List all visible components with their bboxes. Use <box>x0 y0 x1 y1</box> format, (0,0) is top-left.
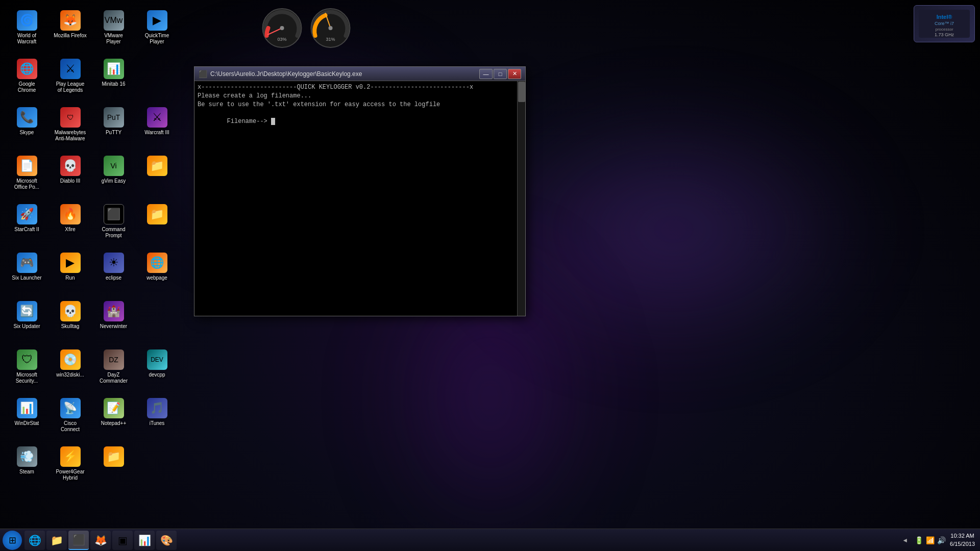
taskbar-explorer[interactable]: 📁 <box>46 531 67 550</box>
icon-sixlauncher[interactable]: 🎮 Six Launcher <box>8 250 46 296</box>
cmd-controls: — □ ✕ <box>479 69 521 79</box>
cmd-minimize-button[interactable]: — <box>479 69 493 79</box>
icon-sc2[interactable]: 🚀 StarCraft II <box>8 202 46 247</box>
cmd-line-1: x--------------------------QUICK KEYLOGG… <box>198 83 522 92</box>
icon-sixupdater[interactable]: 🔄 Six Updater <box>8 298 46 344</box>
cmd-scrollbar[interactable] <box>517 81 525 316</box>
clock-time: 10:32 AM <box>950 532 975 540</box>
icon-img-run: ▶ <box>60 253 81 273</box>
tray-battery-icon: 🔋 <box>915 536 923 544</box>
taskbar-items: 🌐 📁 ⬛ 🦊 ▣ 📊 🎨 <box>24 531 902 550</box>
cmd-prompt: Filename--> <box>227 118 271 125</box>
taskbar-monitor[interactable]: 📊 <box>134 531 155 550</box>
tray-icons: 🔋 📶 🔊 <box>915 536 946 544</box>
taskbar-chrome-icon: 🌐 <box>29 534 41 546</box>
icon-img-xfire: 🔥 <box>60 204 81 224</box>
icon-label-quicktime: QuickTime Player <box>140 33 174 45</box>
taskbar-matrix[interactable]: ▣ <box>112 531 133 550</box>
taskbar-firefox[interactable]: 🦊 <box>90 531 111 550</box>
icon-label-notepad: Notepad++ <box>101 420 127 427</box>
icon-img-putty: PuT <box>104 107 124 128</box>
taskbar-explorer-icon: 📁 <box>51 534 63 546</box>
icon-firefox[interactable]: 🦊 Mozilla Firefox <box>51 8 89 54</box>
svg-point-2 <box>280 26 284 30</box>
icon-cisco[interactable]: 📡 Cisco Connect <box>51 395 89 441</box>
intel-logo-svg: Intel® Core™ i7 processor 1.73 GHz <box>919 10 970 38</box>
icon-img-gvim: Vi <box>104 156 124 176</box>
icon-itunes[interactable]: 🎵 iTunes <box>138 395 176 441</box>
icon-skulltag[interactable]: 💀 Skulltag <box>51 298 89 344</box>
icon-img-power4gear: ⚡ <box>60 446 81 467</box>
icon-diablo3[interactable]: 💀 Diablo III <box>51 153 89 199</box>
icon-folder3[interactable]: 📁 <box>94 444 133 490</box>
start-icon: ⊞ <box>9 535 16 546</box>
cmd-scroll-thumb[interactable] <box>518 82 525 102</box>
icon-img-neverwinter: 🏰 <box>104 301 124 321</box>
svg-text:processor: processor <box>935 27 953 32</box>
icon-vmware[interactable]: VMw VMware Player <box>94 8 133 54</box>
icon-eclipse[interactable]: ☀ eclipse <box>94 250 133 296</box>
tray-volume-icon: 🔊 <box>937 536 946 544</box>
icon-windirstat[interactable]: 📊 WinDirStat <box>8 395 46 441</box>
svg-text:03%: 03% <box>277 37 286 42</box>
icon-run[interactable]: ▶ Run <box>51 250 89 296</box>
cpu-meter-widget: 03% 31% <box>259 5 354 51</box>
icon-dayz[interactable]: DZ DayZ Commander <box>94 347 133 393</box>
icon-label-xfire: Xfire <box>65 227 76 233</box>
taskbar-cmd[interactable]: ⬛ <box>68 531 89 550</box>
icon-skype[interactable]: 📞 Skype <box>8 105 46 151</box>
icon-img-sixlauncher: 🎮 <box>17 253 37 273</box>
icon-steam[interactable]: 💨 Steam <box>8 444 46 490</box>
icon-malwarebytes[interactable]: 🛡 Malwarebytes Anti-Malware <box>51 105 89 151</box>
icon-img-wow: 🌀 <box>17 10 37 31</box>
taskbar-right: ◄ 🔋 📶 🔊 10:32 AM 6/15/2013 <box>902 532 977 548</box>
icon-label-dayz: DayZ Commander <box>97 372 130 384</box>
icon-folder1[interactable]: 📁 <box>138 153 176 199</box>
icon-cmd[interactable]: ⬛ Command Prompt <box>94 202 133 247</box>
icon-warcraft3[interactable]: ⚔ Warcraft III <box>138 105 176 151</box>
icon-img-mssecurity: 🛡 <box>17 349 37 370</box>
icon-notepad[interactable]: 📝 Notepad++ <box>94 395 133 441</box>
icon-img-cmd: ⬛ <box>104 204 124 224</box>
icon-img-firefox: 🦊 <box>60 10 81 31</box>
icon-img-win32disk: 💿 <box>60 349 81 370</box>
taskbar-cmd-icon: ⬛ <box>72 534 85 546</box>
icon-gvim[interactable]: Vi gVim Easy <box>94 153 133 199</box>
cmd-maximize-button[interactable]: □ <box>494 69 507 79</box>
icon-img-malwarebytes: 🛡 <box>60 107 81 128</box>
icon-lol[interactable]: ⚔ Play League of Legends <box>51 56 89 102</box>
icon-win32disk[interactable]: 💿 win32diski... <box>51 347 89 393</box>
icon-xfire[interactable]: 🔥 Xfire <box>51 202 89 247</box>
icon-img-lol: ⚔ <box>60 59 81 79</box>
cmd-content: x--------------------------QUICK KEYLOGG… <box>194 81 525 316</box>
icon-neverwinter[interactable]: 🏰 Neverwinter <box>94 298 133 344</box>
icon-minitab[interactable]: 📊 Minitab 16 <box>94 56 133 102</box>
start-button[interactable]: ⊞ <box>3 531 22 550</box>
icon-label-win32disk: win32diski... <box>56 372 84 378</box>
icon-folder2[interactable]: 📁 <box>138 202 176 247</box>
icon-img-skype: 📞 <box>17 107 37 128</box>
icon-chrome[interactable]: 🌐 Google Chrome <box>8 56 46 102</box>
icon-label-eclipse: eclipse <box>106 275 121 281</box>
icon-img-devcpp: DEV <box>147 349 167 370</box>
icon-img-msoffice: 📄 <box>17 156 37 176</box>
icon-wow[interactable]: 🌀 World of Warcraft <box>8 8 46 54</box>
icon-label-gvim: gVim Easy <box>102 178 126 184</box>
taskbar-monitor-icon: 📊 <box>138 534 151 546</box>
bg-decoration-2 <box>470 102 878 357</box>
cmd-cursor <box>271 118 275 125</box>
taskbar-chrome[interactable]: 🌐 <box>24 531 45 550</box>
icon-devcpp[interactable]: DEV devcpp <box>138 347 176 393</box>
icon-webpage[interactable]: 🌐 webpage <box>138 250 176 296</box>
icon-img-sixupdater: 🔄 <box>17 301 37 321</box>
icon-mssecurity[interactable]: 🛡 Microsoft Security... <box>8 347 46 393</box>
icon-power4gear[interactable]: ⚡ Power4Gear Hybrid <box>51 444 89 490</box>
icon-quicktime[interactable]: ▶ QuickTime Player <box>138 8 176 54</box>
cmd-close-button[interactable]: ✕ <box>508 69 521 79</box>
notify-expand-button[interactable]: ◄ <box>902 537 908 544</box>
taskbar-color[interactable]: 🎨 <box>156 531 177 550</box>
icon-label-chrome: Google Chrome <box>10 81 43 93</box>
icon-putty[interactable]: PuT PuTTY <box>94 105 133 151</box>
svg-text:Core™ i7: Core™ i7 <box>935 21 954 26</box>
icon-msoffice[interactable]: 📄 Microsoft Office Po... <box>8 153 46 199</box>
